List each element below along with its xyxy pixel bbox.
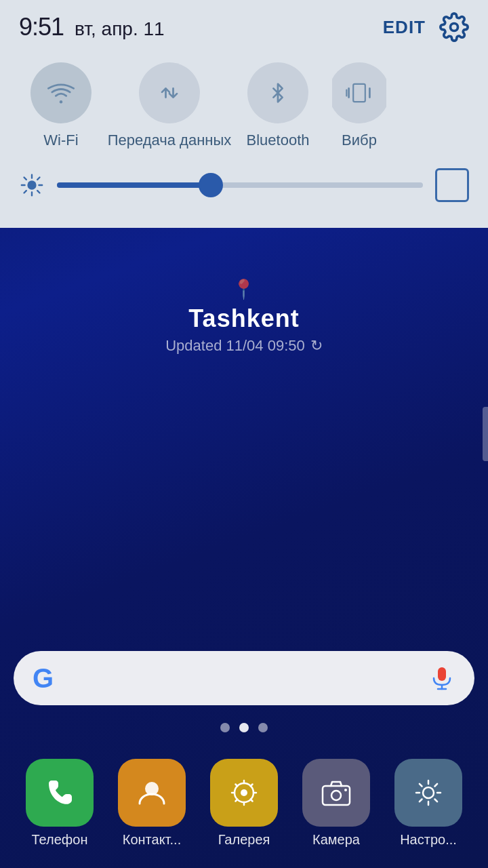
svg-point-31 <box>423 787 434 798</box>
mic-icon[interactable] <box>428 665 455 692</box>
dock-item-settings[interactable]: Настро... <box>394 759 462 848</box>
brightness-row <box>0 156 488 214</box>
toggle-wifi: Wi-Fi <box>7 56 115 156</box>
edit-button[interactable]: EDIT <box>383 17 426 38</box>
screen-rotation-button[interactable] <box>435 168 469 202</box>
city-name: Tashkent <box>188 304 299 333</box>
status-date: вт, апр. 11 <box>75 18 165 40</box>
quick-toggles-row: Wi-Fi Передача данных Bluetooth <box>0 49 488 156</box>
svg-rect-14 <box>438 667 446 681</box>
svg-line-24 <box>236 785 238 787</box>
location-pin-icon: 📍 <box>232 278 256 300</box>
settings-gear-icon[interactable] <box>439 12 469 42</box>
svg-line-26 <box>251 785 253 787</box>
weather-updated: Updated 11/04 09:50 ↻ <box>165 337 323 355</box>
phone-app-icon <box>26 759 94 827</box>
gallery-label: Галерея <box>218 832 270 848</box>
wifi-label: Wi-Fi <box>43 132 78 149</box>
camera-icon-svg <box>317 774 355 812</box>
vibro-icon <box>344 78 374 108</box>
svg-point-29 <box>331 791 341 800</box>
settings-app-icon <box>394 759 462 827</box>
brightness-fill <box>57 182 211 188</box>
phone-label: Телефон <box>32 832 88 848</box>
updated-label: Updated 11/04 09:50 <box>165 337 305 355</box>
bluetooth-toggle-button[interactable] <box>247 62 308 123</box>
google-search-bar[interactable]: G <box>14 651 474 705</box>
dock-item-contacts[interactable]: Контакт... <box>118 759 186 848</box>
status-right-actions: EDIT <box>383 12 469 42</box>
brightness-slider[interactable] <box>57 182 423 188</box>
status-bar: 9:51 вт, апр. 11 EDIT <box>0 0 488 49</box>
svg-point-30 <box>344 789 347 791</box>
vibro-label: Вибр <box>332 132 386 149</box>
notification-panel: 9:51 вт, апр. 11 EDIT Wi-Fi <box>0 0 488 228</box>
svg-line-12 <box>37 178 39 180</box>
reload-icon[interactable]: ↻ <box>310 337 323 355</box>
google-logo: G <box>33 663 54 694</box>
vibro-toggle-button[interactable] <box>332 62 386 123</box>
page-dots <box>0 723 488 732</box>
page-dot-0[interactable] <box>220 723 230 732</box>
page-dot-1[interactable] <box>239 723 249 732</box>
contacts-icon-svg <box>133 774 171 812</box>
weather-widget: 📍 Tashkent Updated 11/04 09:50 ↻ <box>165 278 323 355</box>
page-dot-2[interactable] <box>258 723 268 732</box>
svg-line-13 <box>24 191 26 193</box>
search-bar-container: G <box>14 651 474 705</box>
dock-item-gallery[interactable]: Галерея <box>210 759 278 848</box>
phone-icon-svg <box>41 774 79 812</box>
bluetooth-icon <box>263 78 293 108</box>
settings-label: Настро... <box>400 832 457 848</box>
contacts-app-icon <box>118 759 186 827</box>
svg-point-5 <box>27 180 36 189</box>
settings-icon-svg <box>409 774 447 812</box>
svg-line-10 <box>24 178 26 180</box>
data-transfer-icon <box>155 78 184 108</box>
svg-line-25 <box>251 800 253 802</box>
data-toggle-button[interactable] <box>139 62 200 123</box>
svg-point-0 <box>451 24 458 31</box>
gallery-icon-svg <box>225 774 263 812</box>
wifi-toggle-button[interactable] <box>30 62 92 123</box>
search-input[interactable] <box>64 651 418 705</box>
svg-line-27 <box>236 800 238 802</box>
status-time: 9:51 <box>19 13 64 41</box>
contacts-label: Контакт... <box>123 832 181 848</box>
toggle-bluetooth: Bluetooth <box>224 56 332 156</box>
dock-item-phone[interactable]: Телефон <box>26 759 94 848</box>
brightness-thumb[interactable] <box>199 173 223 197</box>
svg-rect-1 <box>353 84 365 102</box>
home-content: 📍 Tashkent Updated 11/04 09:50 ↻ <box>0 258 488 355</box>
wifi-icon <box>46 78 76 108</box>
gallery-app-icon <box>210 759 278 827</box>
camera-app-icon <box>302 759 370 827</box>
data-label: Передача данных <box>108 132 232 149</box>
svg-line-11 <box>37 191 39 193</box>
svg-point-19 <box>241 789 247 796</box>
bluetooth-label: Bluetooth <box>247 132 310 149</box>
camera-label: Камера <box>312 832 360 848</box>
brightness-icon <box>19 172 45 198</box>
toggle-data: Передача данных <box>115 56 224 156</box>
app-dock: Телефон Контакт... Гал <box>0 752 488 854</box>
dock-item-camera[interactable]: Камера <box>302 759 370 848</box>
toggle-vibro: Вибр <box>332 56 386 156</box>
side-handle[interactable] <box>483 407 488 461</box>
